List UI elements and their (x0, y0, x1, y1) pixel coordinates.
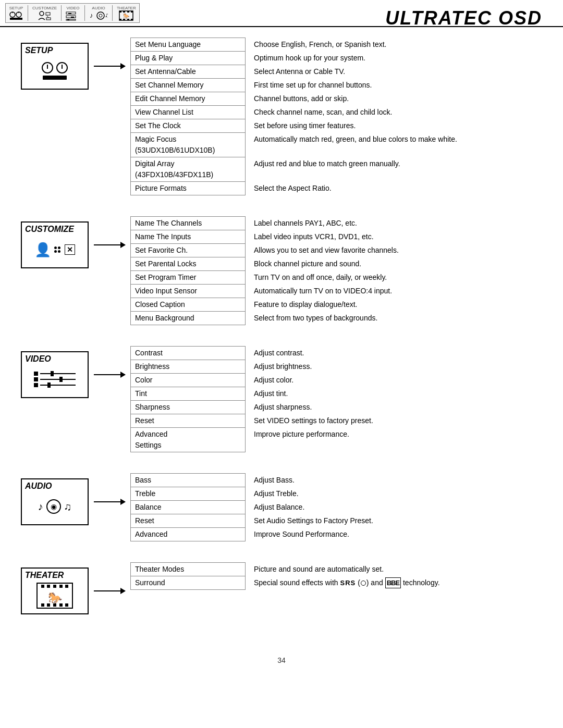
menu-item-desc: First time set up for channel buttons. (246, 79, 542, 92)
menu-item-desc: Automatically match red, green, and blue… (246, 133, 542, 157)
menu-item-desc: Improve Sound Performance. (246, 528, 542, 541)
film-strip-icon: 🐎 (36, 583, 73, 609)
table-row: Menu Background Select from two types of… (131, 312, 542, 325)
film-hole (41, 585, 44, 588)
menu-item-desc: Adjust sharpness. (246, 401, 542, 414)
menu-item-name: Menu Background (131, 312, 246, 325)
menu-item-desc: Special sound effects with SRS () and BB… (246, 576, 542, 590)
menu-item-desc: Improve picture performance. (246, 428, 542, 452)
menu-item-name: Edit Channel Memory (131, 92, 246, 106)
menu-item-name: Advanced (131, 528, 246, 541)
menu-item-name: Closed Caption (131, 298, 246, 312)
header-tab-setup[interactable]: SETUP (9, 6, 23, 21)
audio-arrow-line (94, 501, 125, 502)
svg-rect-23 (131, 11, 133, 13)
setup-header-icon (9, 10, 23, 21)
slider-label-3 (34, 383, 38, 387)
menu-item-desc: Set Audio Settings to Factory Preset. (246, 514, 542, 528)
menu-item-name: Set Antenna/Cable (131, 65, 246, 79)
table-row: Reset Set VIDEO settings to factory pres… (131, 414, 542, 428)
theater-icon-area: 🐎 (36, 583, 73, 609)
table-row: Surround Special sound effects with SRS … (131, 576, 542, 590)
video-icon-area (34, 372, 76, 387)
table-row: Set Favorite Ch. Allows you to set and v… (131, 244, 542, 257)
table-row: Balance Adjust Balance. (131, 501, 542, 514)
menu-item-desc: Allows you to set and view favorite chan… (246, 244, 542, 257)
film-hole (65, 603, 68, 607)
setup-dial-left (42, 62, 53, 73)
table-row: Reset Set Audio Settings to Factory Pres… (131, 514, 542, 528)
customize-section: CUSTOMIZE 👤 ✕ (21, 216, 542, 325)
audio-icon-area: ♪ ◉ ♫ (38, 499, 72, 514)
svg-rect-12 (71, 17, 74, 18)
menu-item-name: Sharpness (131, 401, 246, 414)
menu-item-desc: Select from two types of backgrounds. (246, 312, 542, 325)
menu-item-name: Contrast (131, 347, 246, 360)
menu-item-name: Tint (131, 387, 246, 401)
svg-text:🐎: 🐎 (123, 13, 130, 19)
theater-header-icon: 🐎 (119, 10, 133, 21)
svg-point-17 (99, 14, 102, 17)
theater-arrow-line (94, 590, 125, 591)
table-row: Tint Adjust tint. (131, 387, 542, 401)
setup-menu-table: Set Menu Language Choose English, French… (130, 38, 542, 195)
audio-arrow (89, 478, 130, 525)
customize-header-icon (37, 10, 52, 21)
header-tab-video[interactable]: VIDEO (66, 6, 80, 21)
slider-thumb-3 (47, 382, 51, 388)
svg-rect-20 (119, 11, 121, 13)
video-header-icon (66, 10, 80, 21)
menu-item-name: Brightness (131, 360, 246, 374)
header-divider-2 (61, 5, 62, 21)
film-hole (47, 603, 50, 607)
header-divider-4 (112, 5, 113, 21)
svg-point-16 (97, 12, 104, 19)
menu-item-desc: Label video inputs VCR1, DVD1, etc. (246, 230, 542, 244)
table-row: Advanced Improve Sound Performance. (131, 528, 542, 541)
svg-line-7 (47, 16, 48, 18)
menu-item-name: Surround (131, 576, 246, 590)
slider-label-2 (34, 377, 38, 381)
svg-rect-10 (68, 13, 71, 14)
table-row: Theater Modes Picture and sound are auto… (131, 563, 542, 576)
menu-item-desc: Feature to display dialogue/text. (246, 298, 542, 312)
slider-track-3 (40, 385, 76, 386)
table-row: View Channel List Check channel name, sc… (131, 106, 542, 119)
slider-thumb-1 (51, 371, 54, 376)
video-arrow-line (94, 374, 125, 375)
svg-rect-26 (127, 19, 129, 20)
menu-item-name: Theater Modes (131, 563, 246, 576)
svg-rect-25 (123, 19, 125, 20)
srs-dot-icon (361, 581, 366, 586)
menu-item-desc: Adjust Bass. (246, 474, 542, 487)
film-hole (59, 603, 63, 607)
slider-label-1 (34, 372, 38, 376)
menu-item-name: Name The Inputs (131, 230, 246, 244)
menu-item-name: Plug & Play (131, 52, 246, 65)
film-holes-bottom (38, 602, 72, 608)
table-row: Set Program Timer Turn TV on and off onc… (131, 271, 542, 285)
setup-arrow-line (94, 66, 125, 67)
film-hole (59, 585, 63, 588)
table-row: Brightness Adjust brightness. (131, 360, 542, 374)
menu-item-name: Set Program Timer (131, 271, 246, 285)
header-tab-customize[interactable]: CUSTOMIZE (32, 6, 57, 21)
customize-arrow-line (94, 244, 125, 245)
header-tab-audio[interactable]: AUDIO ♪ ♫ (89, 6, 108, 21)
main-content: SETUP Set Menu Language Choose English, … (0, 27, 563, 646)
customize-icon-box: CUSTOMIZE 👤 ✕ (21, 221, 89, 268)
film-hole (53, 585, 56, 588)
menu-item-name: AdvancedSettings (131, 428, 246, 452)
dot (54, 250, 57, 253)
menu-item-name: Bass (131, 474, 246, 487)
svg-rect-22 (127, 11, 129, 13)
header-tab-theater[interactable]: THEATER 🐎 (117, 6, 136, 21)
slider-row-2 (34, 377, 76, 381)
menu-item-desc: Select Antenna or Cable TV. (246, 65, 542, 79)
table-row: Video Input Sensor Automatically turn TV… (131, 285, 542, 298)
bbe-logo: BBE (385, 577, 401, 589)
setup-icon-box: SETUP (21, 43, 89, 90)
film-hole (41, 603, 44, 607)
svg-rect-27 (131, 19, 133, 20)
customize-controls: ✕ (54, 244, 75, 255)
